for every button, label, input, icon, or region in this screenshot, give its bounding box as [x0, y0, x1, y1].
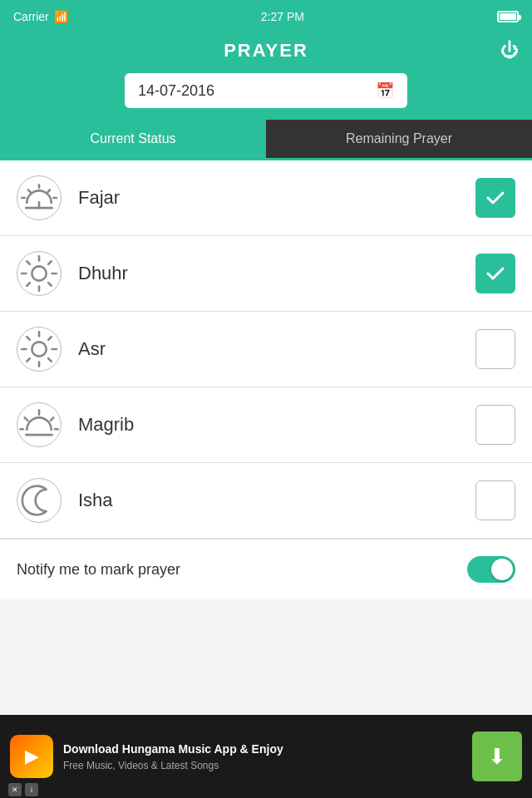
isha-icon-circle: [17, 478, 62, 523]
fajar-checkbox[interactable]: [475, 178, 515, 218]
status-bar-left: Carrier 📶: [13, 10, 68, 23]
isha-checkbox[interactable]: [475, 480, 515, 520]
ad-text-sub: Free Music, Videos & Latest Songs: [63, 760, 462, 771]
date-picker[interactable]: 14-07-2016 📅: [125, 73, 407, 108]
svg-line-4: [47, 190, 50, 192]
svg-line-27: [25, 417, 27, 420]
svg-point-7: [32, 266, 46, 280]
date-value: 14-07-2016: [138, 82, 214, 100]
magrib-checkbox[interactable]: [475, 405, 515, 445]
dhuhr-name: Dhuhr: [78, 263, 475, 284]
magrib-name: Magrib: [78, 414, 475, 436]
fajar-name: Fajar: [78, 187, 475, 209]
svg-line-22: [48, 358, 52, 362]
app-header: PRAYER ⏻: [0, 33, 532, 73]
svg-line-15: [27, 283, 30, 286]
app-title: PRAYER: [224, 40, 308, 62]
ad-banner: ▶ Download Hungama Music App & Enjoy Fre…: [0, 715, 532, 798]
calendar-icon: 📅: [376, 81, 394, 100]
ad-text: Download Hungama Music App & Enjoy Free …: [63, 741, 462, 771]
prayer-item-asr: Asr: [0, 312, 532, 387]
prayer-item-dhuhr: Dhuhr: [0, 236, 532, 312]
prayer-list: Fajar Dhuhr: [0, 160, 532, 539]
carrier-label: Carrier: [13, 10, 49, 23]
asr-checkbox[interactable]: [475, 329, 515, 369]
prayer-item-fajar: Fajar: [0, 160, 532, 236]
tab-bar: Current Status Remaining Prayer: [0, 120, 532, 158]
wifi-icon: 📶: [54, 10, 68, 23]
ad-close-icon[interactable]: ✕: [8, 783, 22, 796]
asr-name: Asr: [78, 338, 475, 360]
svg-line-28: [51, 417, 53, 420]
dawn-icon: [17, 176, 61, 219]
prayer-item-magrib: Magrib: [0, 387, 532, 463]
ad-info-row: ✕ i: [8, 783, 38, 796]
afternoon-icon: [17, 328, 61, 371]
tab-remaining-prayer[interactable]: Remaining Prayer: [266, 120, 532, 158]
magrib-icon-circle: [17, 402, 62, 447]
sunset-icon: [17, 403, 61, 446]
fajar-icon-circle: [17, 175, 62, 220]
time-label: 2:27 PM: [261, 10, 304, 23]
ad-text-main: Download Hungama Music App & Enjoy: [63, 741, 462, 758]
notify-toggle[interactable]: [467, 556, 515, 583]
svg-line-14: [48, 261, 52, 264]
ad-download-button[interactable]: ⬇: [472, 732, 522, 781]
notify-row: Notify me to mark prayer: [0, 539, 532, 599]
svg-line-21: [27, 337, 30, 340]
prayer-item-isha: Isha: [0, 463, 532, 539]
ad-play-icon: ▶: [10, 735, 53, 778]
dhuhr-checkbox[interactable]: [475, 254, 515, 293]
asr-icon-circle: [17, 327, 62, 372]
svg-line-23: [48, 337, 52, 340]
svg-line-3: [28, 190, 31, 192]
battery-icon: [497, 11, 519, 22]
dhuhr-icon-circle: [17, 251, 62, 296]
tab-current-status[interactable]: Current Status: [0, 120, 266, 158]
moon-icon: [17, 479, 61, 522]
ad-info-icon[interactable]: i: [25, 783, 38, 796]
power-button[interactable]: ⏻: [500, 40, 519, 62]
status-bar: Carrier 📶 2:27 PM: [0, 0, 532, 33]
svg-line-13: [48, 283, 52, 286]
isha-name: Isha: [78, 490, 475, 511]
toggle-knob: [491, 559, 513, 580]
svg-point-16: [32, 342, 46, 356]
notify-label: Notify me to mark prayer: [17, 561, 467, 579]
date-bar: 14-07-2016 📅: [0, 73, 532, 120]
svg-line-12: [27, 261, 30, 264]
midday-icon: [17, 252, 61, 295]
svg-line-24: [27, 358, 30, 362]
